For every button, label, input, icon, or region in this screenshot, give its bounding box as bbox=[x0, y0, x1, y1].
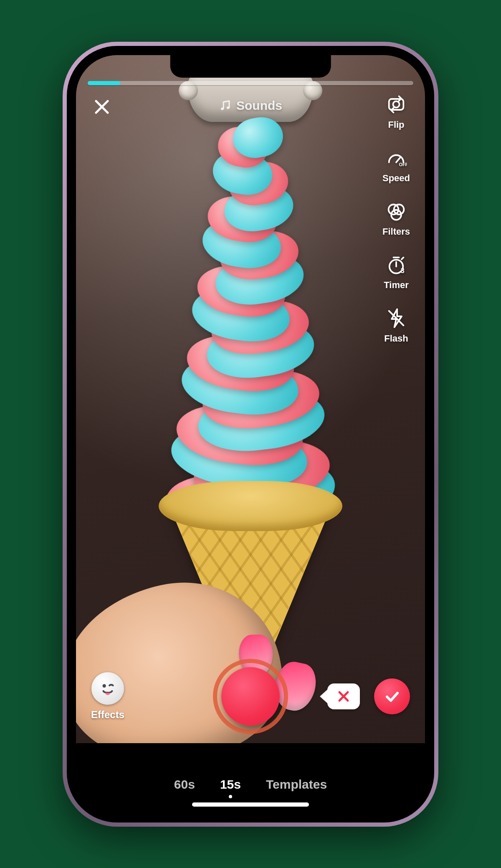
effects-label: Effects bbox=[91, 709, 124, 721]
filters-icon bbox=[385, 200, 407, 222]
music-note-icon bbox=[219, 99, 231, 112]
filters-button[interactable]: Filters bbox=[377, 200, 415, 237]
check-icon bbox=[383, 687, 401, 706]
delete-clip-button[interactable] bbox=[327, 683, 360, 709]
close-icon bbox=[94, 99, 110, 115]
flip-label: Flip bbox=[388, 119, 404, 130]
speed-button[interactable]: OFF Speed bbox=[377, 147, 415, 184]
record-mode-bar: 60s15sTemplates bbox=[76, 777, 425, 792]
svg-point-2 bbox=[221, 107, 223, 110]
record-icon bbox=[221, 667, 280, 726]
recording-progress bbox=[88, 81, 413, 85]
flash-button[interactable]: Flash bbox=[377, 307, 415, 344]
mode-option-15s[interactable]: 15s bbox=[220, 777, 241, 792]
flip-button[interactable]: Flip bbox=[377, 94, 415, 130]
svg-point-5 bbox=[393, 101, 399, 107]
svg-point-3 bbox=[227, 106, 229, 109]
timer-icon: 3 bbox=[385, 254, 407, 276]
sounds-button[interactable]: Sounds bbox=[219, 99, 282, 113]
flash-label: Flash bbox=[384, 333, 408, 344]
svg-line-14 bbox=[402, 257, 403, 259]
device-notch bbox=[170, 55, 331, 78]
sounds-label: Sounds bbox=[236, 99, 282, 113]
speedometer-icon: OFF bbox=[385, 147, 407, 169]
confirm-button[interactable] bbox=[374, 678, 410, 714]
mode-option-60s[interactable]: 60s bbox=[174, 777, 195, 792]
close-button[interactable] bbox=[90, 95, 114, 119]
timer-label: Timer bbox=[384, 280, 409, 291]
svg-point-17 bbox=[103, 684, 106, 687]
camera-viewport: Sounds bbox=[76, 55, 425, 743]
mode-option-templates[interactable]: Templates bbox=[266, 777, 327, 792]
side-toolbar: Flip OFF Speed bbox=[377, 94, 415, 344]
home-indicator bbox=[192, 802, 309, 807]
phone-frame: Sounds bbox=[63, 42, 438, 827]
svg-text:OFF: OFF bbox=[399, 162, 407, 167]
wink-face-icon bbox=[91, 672, 124, 705]
timer-badge: 3 bbox=[401, 266, 405, 274]
record-button[interactable] bbox=[213, 659, 288, 734]
flip-icon bbox=[385, 94, 407, 115]
filters-label: Filters bbox=[382, 226, 410, 237]
x-icon bbox=[337, 690, 350, 703]
effects-button[interactable]: Effects bbox=[91, 672, 124, 721]
flash-off-icon bbox=[385, 307, 407, 329]
speed-label: Speed bbox=[382, 173, 410, 184]
screen: Sounds bbox=[76, 55, 425, 813]
timer-button[interactable]: 3 Timer bbox=[377, 254, 415, 291]
